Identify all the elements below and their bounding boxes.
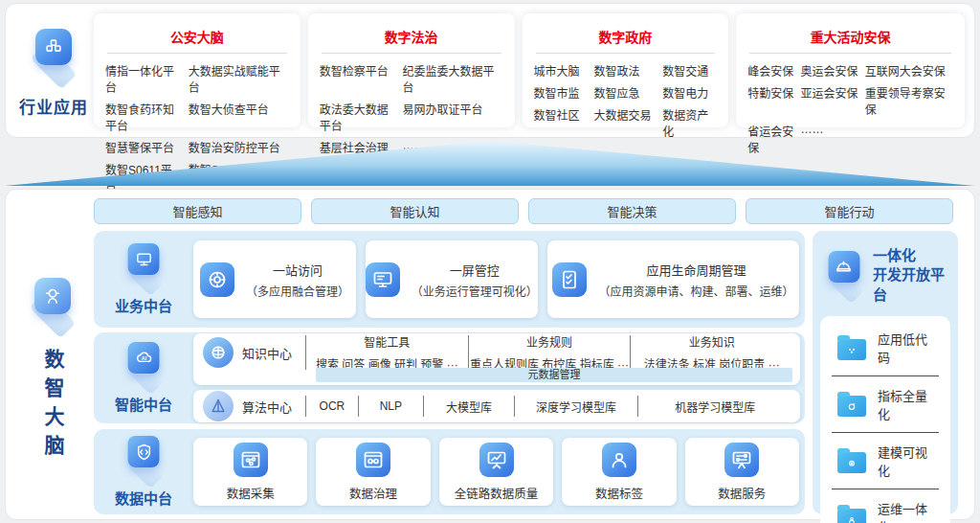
knowledge-center-label: 知识中心 [242, 344, 292, 362]
knowledge-center-icon [203, 337, 234, 368]
industry-groups: 公安大脑 情指一体化平台 大数据实战赋能平台 数智食药环知平台 数智大侦查平台 … [94, 13, 965, 127]
group-title: 公安大脑 [105, 19, 289, 53]
card-one-stop-access: 一站访问 （多应用融合管理） [193, 240, 356, 318]
group-digital-government: 数字政府 城市大脑 数智政法 数智交通 数智市监 数智应急 数智电力 数智社区 … [523, 13, 729, 127]
platform-item: 大数据交易 [594, 106, 657, 139]
divider [536, 53, 716, 54]
platform-item: 数智市监 [534, 84, 589, 101]
card-title: 数据采集 [227, 484, 275, 502]
group-major-event-security: 重大活动安保 峰会安保 奥运会安保 互联网大会安保 特勤安保 亚运会安保 重要领… [736, 13, 965, 127]
platform-item: 数智社区 [534, 106, 589, 139]
platform-item: 数智检察平台 [320, 62, 397, 95]
knowledge-group-tools: 智能工具 搜索 问答 画像 研判 预警 ··· [306, 333, 468, 372]
card-title: 应用生命周期管理 [598, 261, 793, 279]
card-title: 一站访问 [246, 261, 349, 279]
dev-item-label: 建模可视化 [878, 443, 939, 479]
algorithm-item: 大模型库 [424, 398, 514, 415]
dev-item-metrics: 指标全量化 [832, 375, 939, 432]
data-service-icon [724, 443, 759, 477]
card-app-lifecycle: 应用生命周期管理 （应用资源申请、构建、部署、运维） [547, 240, 799, 318]
platform-item: 数智治安防控平台 [189, 139, 289, 155]
group-public-security-brain: 公安大脑 情指一体化平台 大数据实战赋能平台 数智食药环知平台 数智大侦查平台 … [94, 13, 301, 127]
platform-item: 奥运会安保 [800, 62, 858, 79]
knowledge-group-rules: 业务规则 重点人规则库 布控库 指标库 ··· [469, 333, 631, 372]
brain-icon [21, 278, 84, 333]
data-collection-icon [234, 443, 268, 477]
knowledge-center-row: 知识中心 智能工具 搜索 问答 画像 研判 预警 ··· 业务规则 重点人规则库… [193, 333, 800, 385]
platform-item: 互联网大会安保 [865, 62, 953, 79]
group-title: 数字法治 [320, 19, 503, 53]
intelligence-platform-panel: AI 智能中台 知识中心 智能工具 搜索 问答 画像 研判 预警 ··· [94, 332, 805, 423]
data-platform-panel: 数据中台 数据采集 数据治理 [94, 429, 805, 514]
brain-label: 数智大脑 [38, 349, 67, 464]
platform-item: 省运会安保 [747, 123, 794, 155]
card-subtitle: （业务运行管理可视化） [412, 283, 538, 299]
metric-folder-icon [837, 396, 866, 417]
platform-item: 数智大侦查平台 [189, 101, 289, 133]
platform-item: 数智应急 [594, 84, 657, 101]
brain-label-block: 数智大脑 [11, 278, 94, 467]
one-stop-access-icon [200, 262, 234, 297]
card-subtitle: （多应用融合管理） [246, 283, 349, 299]
platform-item: 数智食药环知平台 [105, 101, 183, 133]
card-data-quality: 全链路数据质量 [439, 438, 553, 506]
platform-item: 情指一体化平台 [105, 62, 183, 95]
group-title: 重大活动安保 [747, 19, 953, 53]
screen-control-icon [366, 262, 400, 297]
dev-platform-title: 一体化 开发开放平台 [873, 246, 954, 305]
platform-item: 大数据实战赋能平台 [189, 62, 289, 95]
business-platform-label: 业务中台 [115, 295, 172, 315]
dev-platform-title-line1: 一体化 [873, 246, 954, 265]
intelligence-rows: 知识中心 智能工具 搜索 问答 画像 研判 预警 ··· 业务规则 重点人规则库… [193, 332, 805, 423]
intelligence-platform-label-block: AI 智能中台 [94, 332, 193, 423]
ai-platform-icon: AI [116, 342, 171, 390]
industry-apps-icon [22, 29, 85, 84]
card-title: 数据治理 [349, 484, 397, 502]
dev-item-modeling: 建模可视化 [832, 432, 939, 489]
pill-action: 智能行动 [746, 198, 953, 224]
digital-brain-section: 智能感知 智能认知 智能决策 智能行动 数智大脑 [5, 189, 975, 520]
divider [107, 53, 287, 54]
algorithm-item: NLP [359, 399, 423, 413]
page: 行业应用 公安大脑 情指一体化平台 大数据实战赋能平台 数智食药环知平台 数智大… [0, 0, 980, 523]
industry-applications-section: 行业应用 公安大脑 情指一体化平台 大数据实战赋能平台 数智食药环知平台 数智大… [5, 3, 975, 138]
dev-item-label: 指标全量化 [878, 386, 939, 422]
platform-item: 数智交通 [662, 62, 717, 79]
dev-item-ops: 运维一体化 [832, 489, 939, 523]
algorithm-center-label: 算法中心 [242, 398, 292, 416]
data-platform-icon [116, 436, 171, 484]
dev-item-label: 运维一体化 [878, 499, 939, 523]
platform-item: 纪委监委大数据平台 [403, 62, 503, 95]
algorithm-item: 机器学习模型库 [638, 398, 792, 415]
data-governance-icon [356, 443, 390, 477]
platform-item: 政法委大数据平台 [320, 101, 397, 133]
card-data-governance: 数据治理 [316, 438, 430, 506]
dev-platform-header: 一体化 开发开放平台 [813, 231, 958, 314]
dev-platform-card: 应用低代码 指标全量化 建模可视化 [820, 316, 950, 523]
card-data-label: 数据标签 [562, 438, 676, 506]
dev-item-label: 应用低代码 [878, 330, 939, 366]
industry-label-block: 行业应用 [13, 29, 94, 118]
platform-item: 智慧警保平台 [105, 139, 183, 155]
industry-label: 行业应用 [13, 94, 94, 118]
algorithm-item: 深度学习模型库 [515, 398, 637, 415]
business-platform-icon [116, 243, 171, 291]
group-items: 城市大脑 数智政法 数智交通 数智市监 数智应急 数智电力 数智社区 大数据交易… [534, 62, 718, 158]
dev-platform-icon [820, 251, 867, 299]
business-platform-panel: 业务中台 一站访问 （多应用融合管理） [94, 231, 805, 328]
data-platform-label-block: 数据中台 [94, 429, 193, 514]
platform-item: 重要领导考察安保 [865, 84, 953, 117]
data-label-icon [602, 443, 636, 477]
group-title: 数字政府 [534, 19, 718, 53]
business-cards: 一站访问 （多应用融合管理） 一屏管控 （业务运行管理可视化） [193, 231, 805, 328]
low-code-folder-icon [837, 339, 866, 360]
platform-item: …… [800, 123, 858, 155]
group-items: 峰会安保 奥运会安保 互联网大会安保 特勤安保 亚运会安保 重要领导考察安保 省… [747, 62, 953, 155]
business-platform-label-block: 业务中台 [94, 231, 193, 328]
card-title: 全链路数据质量 [455, 484, 539, 502]
modeling-folder-icon [837, 452, 866, 473]
group-title: 业务规则 [469, 333, 631, 350]
platform-item: 数智政法 [594, 62, 657, 79]
card-data-collection: 数据采集 [193, 438, 307, 506]
platform-item: 数智电力 [662, 84, 717, 101]
